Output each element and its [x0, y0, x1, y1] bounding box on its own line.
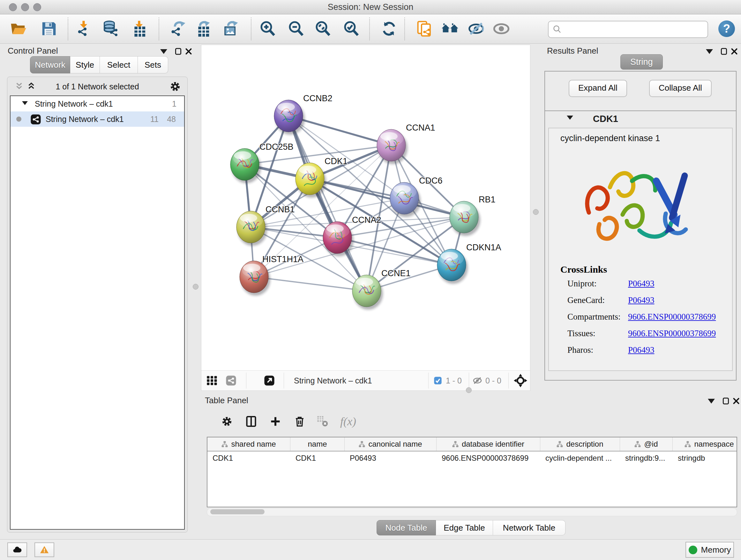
edge-count: 48 [167, 115, 176, 124]
tree-expander-icon[interactable] [22, 101, 28, 105]
crosslink-value-link[interactable]: P06493 [628, 295, 655, 305]
network-node-CCNA1[interactable]: CCNA1 [377, 123, 435, 164]
crosslink-value-link[interactable]: P06493 [628, 279, 655, 289]
add-column-button[interactable] [266, 412, 285, 431]
search-input[interactable] [565, 23, 705, 36]
column-header-description[interactable]: description [540, 437, 620, 451]
houses-icon [441, 20, 459, 37]
tab-style[interactable]: Style [70, 56, 100, 73]
network-row-selected[interactable]: String Network – cdk1 11 48 [10, 111, 184, 127]
network-node-CDKN1A[interactable]: CDKN1A [437, 243, 501, 284]
chevron-down-icon [706, 49, 713, 54]
clone-network-button[interactable] [415, 19, 434, 38]
control-panel-title: Control Panel [8, 46, 58, 56]
open-in-window-button[interactable] [264, 375, 275, 386]
warning-icon [40, 545, 49, 555]
zoom-fit-button[interactable] [313, 19, 333, 38]
import-network-database-button[interactable] [102, 19, 121, 38]
zoom-out-button[interactable] [286, 19, 306, 38]
show-columns-button[interactable] [242, 412, 260, 431]
delete-column-button[interactable] [290, 412, 309, 431]
panel-close-button[interactable] [184, 47, 193, 56]
zoom-selected-button[interactable] [342, 19, 361, 38]
table-panel: Table Panel f(x) shared namenamecanonica… [200, 394, 739, 539]
panel-float-button[interactable] [174, 47, 183, 56]
scrollbar-thumb[interactable] [210, 509, 265, 514]
save-session-button[interactable] [39, 19, 58, 38]
cloud-status-button[interactable] [7, 543, 27, 557]
close-window-button[interactable] [9, 3, 17, 11]
panel-menu-button[interactable] [159, 47, 169, 56]
gear-icon[interactable] [170, 81, 181, 92]
tab-network-table[interactable]: Network Table [493, 520, 565, 536]
selected-checkbox[interactable] [433, 376, 442, 385]
network-node-CDC6[interactable]: CDC6 [390, 176, 443, 217]
panel-close-button[interactable] [731, 396, 741, 406]
tab-string[interactable]: String [620, 54, 663, 70]
network-node-HIST1H1A[interactable]: HIST1H1A [240, 254, 304, 296]
column-header-database-identifier[interactable]: database identifier [436, 437, 540, 451]
float-icon [720, 47, 728, 56]
hierarchy-icon [634, 441, 641, 447]
tab-select[interactable]: Select [100, 56, 138, 73]
node-label-RB1: RB1 [479, 195, 495, 204]
column-header--id[interactable]: @id [620, 437, 673, 451]
save-icon [40, 20, 57, 37]
import-table-button[interactable] [130, 19, 149, 38]
grid-view-button[interactable] [206, 375, 217, 386]
crosslink-row: Uniprot:P06493 [560, 275, 732, 292]
export-network-button[interactable] [168, 19, 187, 38]
collapse-gene-icon[interactable] [567, 116, 573, 120]
crosslink-value-link[interactable]: 9606.ENSP00000378699 [628, 328, 716, 338]
zoom-in-button[interactable] [258, 19, 277, 38]
network-collection-row[interactable]: String Network – cdk1 1 [10, 96, 184, 111]
node-label-CCNE1: CCNE1 [381, 268, 411, 278]
show-all-button[interactable] [492, 19, 511, 38]
network-node-RB1[interactable]: RB1 [450, 195, 495, 236]
column-header-name[interactable]: name [290, 437, 345, 451]
table-row[interactable]: CDK1CDK1P064939606.ENSP00000378699cyclin… [207, 451, 737, 465]
column-header-shared-name[interactable]: shared name [207, 437, 290, 451]
column-header-canonical-name[interactable]: canonical name [345, 437, 436, 451]
crosslink-value-link[interactable]: P06493 [628, 345, 655, 355]
left-splitter-handle[interactable] [193, 284, 199, 290]
column-header-namespace[interactable]: namespace [673, 437, 737, 451]
horizontal-scrollbar[interactable] [207, 508, 737, 516]
network-node-CCNE1[interactable]: CCNE1 [352, 268, 411, 310]
open-session-button[interactable] [9, 19, 28, 38]
export-image-button[interactable] [221, 19, 241, 38]
plus-icon [270, 416, 281, 427]
table-settings-button[interactable] [218, 412, 236, 431]
memory-button[interactable]: Memory [685, 542, 734, 558]
collapse-all-button[interactable]: Collapse All [649, 80, 712, 97]
bottom-splitter-handle[interactable] [466, 387, 472, 393]
help-button[interactable]: ? [718, 20, 735, 37]
network-overview-button[interactable] [441, 19, 460, 38]
panel-float-button[interactable] [719, 47, 729, 56]
crosslink-value-link[interactable]: 9606.ENSP00000378699 [628, 312, 716, 322]
expand-all-button[interactable]: Expand All [569, 80, 627, 97]
import-network-icon [75, 20, 92, 37]
hierarchy-icon [452, 441, 459, 447]
birdseye-view-button[interactable] [514, 374, 528, 388]
zoom-window-button[interactable] [33, 3, 41, 11]
hide-selected-button[interactable] [467, 19, 486, 38]
import-network-file-button[interactable] [74, 19, 93, 38]
function-icon: f(x) [340, 415, 356, 428]
right-splitter-handle[interactable] [533, 209, 539, 215]
crosslink-label: Compartments: [567, 312, 620, 322]
network-canvas[interactable]: CCNB2CCNA1CDC25BCDK1CDC6RB1CCNB1CCNA2CDK… [201, 45, 530, 370]
tab-node-table[interactable]: Node Table [377, 520, 436, 536]
panel-float-button[interactable] [721, 396, 731, 406]
tab-edge-table[interactable]: Edge Table [436, 520, 493, 536]
tab-sets[interactable]: Sets [138, 56, 168, 73]
tab-network[interactable]: Network [30, 56, 70, 73]
export-table-button[interactable] [193, 19, 212, 38]
panel-menu-button[interactable] [706, 396, 716, 406]
panel-menu-button[interactable] [704, 47, 714, 56]
refresh-view-button[interactable] [380, 19, 399, 38]
warnings-button[interactable] [35, 543, 54, 557]
panel-close-button[interactable] [730, 47, 739, 56]
minimize-window-button[interactable] [21, 3, 29, 11]
open-folder-icon [10, 20, 27, 37]
